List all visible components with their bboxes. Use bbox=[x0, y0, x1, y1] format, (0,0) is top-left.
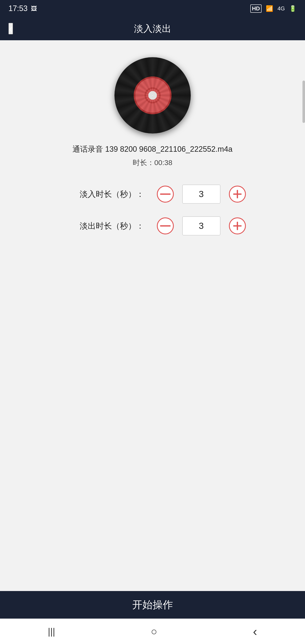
track-title: 通话录音 139 8200 9608_221106_222552.m4a bbox=[60, 144, 245, 154]
wifi-icon: 📶 bbox=[266, 5, 273, 12]
battery-icon: 🔋 bbox=[289, 5, 296, 12]
signal-icon: 4G bbox=[278, 5, 285, 12]
vinyl-record bbox=[114, 57, 191, 134]
nav-home-icon[interactable]: ○ bbox=[151, 625, 157, 638]
photo-icon: 🖼 bbox=[31, 5, 37, 12]
page-title: 淡入淡出 bbox=[134, 22, 171, 35]
vinyl-record-container bbox=[114, 57, 191, 134]
fade-in-row: 淡入时长（秒）： bbox=[17, 184, 288, 204]
scrollbar[interactable] bbox=[302, 80, 305, 123]
fade-in-label: 淡入时长（秒）： bbox=[59, 189, 144, 200]
track-duration: 时长：00:38 bbox=[133, 158, 172, 168]
status-bar-left: 17:53 🖼 bbox=[8, 4, 37, 13]
fade-out-row: 淡出时长（秒）： bbox=[17, 216, 288, 236]
controls-section: 淡入时长（秒）： 淡出时长（秒）： bbox=[0, 184, 305, 236]
status-bar-right: HD 📶 4G 🔋 bbox=[250, 4, 296, 13]
fade-out-label: 淡出时长（秒）： bbox=[59, 220, 144, 232]
vinyl-grooves bbox=[114, 57, 191, 134]
fade-out-input[interactable] bbox=[182, 216, 220, 236]
status-time: 17:53 bbox=[8, 4, 28, 13]
fade-out-minus-button[interactable] bbox=[157, 218, 174, 234]
back-button[interactable]: ‹ bbox=[8, 23, 13, 34]
fade-in-input[interactable] bbox=[182, 184, 220, 204]
nav-back-icon[interactable]: ‹ bbox=[253, 624, 257, 639]
main-content: 通话录音 139 8200 9608_221106_222552.m4a 时长：… bbox=[0, 40, 305, 591]
plus-icon-2 bbox=[233, 221, 242, 230]
fade-out-plus-button[interactable] bbox=[229, 218, 246, 234]
toolbar: ‹ 淡入淡出 bbox=[0, 17, 305, 40]
status-bar: 17:53 🖼 HD 📶 4G 🔋 bbox=[0, 0, 305, 17]
nav-menu-icon[interactable]: ||| bbox=[48, 626, 55, 637]
start-button[interactable]: 开始操作 bbox=[132, 598, 173, 612]
minus-icon bbox=[160, 194, 170, 195]
fade-in-plus-button[interactable] bbox=[229, 186, 246, 202]
bottom-bar: 开始操作 bbox=[0, 591, 305, 618]
nav-bar: ||| ○ ‹ bbox=[0, 618, 305, 644]
minus-icon-2 bbox=[160, 225, 170, 226]
fade-in-minus-button[interactable] bbox=[157, 186, 174, 202]
plus-icon bbox=[233, 190, 242, 199]
hd-badge: HD bbox=[250, 4, 262, 13]
